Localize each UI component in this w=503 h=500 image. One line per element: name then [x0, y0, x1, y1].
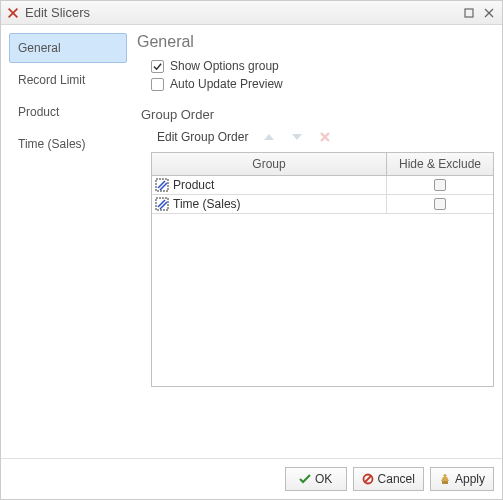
show-options-checkbox[interactable]: [151, 60, 164, 73]
svg-marker-6: [292, 134, 302, 140]
move-down-button[interactable]: [288, 130, 306, 144]
sidebar-item-label: Record Limit: [18, 73, 85, 87]
column-header-group[interactable]: Group: [152, 153, 387, 175]
main-panel: General Show Options group Auto Update P…: [137, 33, 494, 454]
sidebar: General Record Limit Product Time (Sales…: [9, 33, 137, 454]
table-row[interactable]: Product: [152, 176, 493, 195]
cancel-label: Cancel: [378, 472, 415, 486]
group-order-section: Group Order Edit Group Order Group Hide …: [137, 107, 494, 387]
group-order-table: Group Hide & Exclude Product: [151, 152, 494, 387]
sidebar-item-label: General: [18, 41, 61, 55]
group-order-title: Group Order: [141, 107, 494, 122]
section-title: General: [137, 33, 494, 51]
maximize-button[interactable]: [462, 6, 476, 20]
ok-button[interactable]: OK: [285, 467, 347, 491]
slicer-icon: [155, 178, 169, 192]
show-options-row: Show Options group: [151, 59, 494, 73]
group-cell: Product: [173, 178, 214, 192]
edit-group-order-button[interactable]: Edit Group Order: [155, 128, 250, 146]
app-icon: [5, 5, 21, 21]
svg-marker-5: [264, 134, 274, 140]
sidebar-item-label: Product: [18, 105, 59, 119]
ok-label: OK: [315, 472, 332, 486]
group-cell: Time (Sales): [173, 197, 241, 211]
content-area: General Record Limit Product Time (Sales…: [1, 25, 502, 458]
sidebar-item-time-sales[interactable]: Time (Sales): [9, 129, 127, 159]
svg-rect-2: [465, 9, 473, 17]
svg-rect-17: [442, 481, 448, 484]
auto-update-checkbox[interactable]: [151, 78, 164, 91]
slicer-icon: [155, 197, 169, 211]
titlebar: Edit Slicers: [1, 1, 502, 25]
hide-exclude-checkbox[interactable]: [434, 179, 446, 191]
close-button[interactable]: [482, 6, 496, 20]
sidebar-item-label: Time (Sales): [18, 137, 86, 151]
dialog-footer: OK Cancel Apply: [1, 458, 502, 499]
sidebar-item-record-limit[interactable]: Record Limit: [9, 65, 127, 95]
svg-point-19: [443, 474, 446, 477]
hide-exclude-checkbox[interactable]: [434, 198, 446, 210]
table-row[interactable]: Time (Sales): [152, 195, 493, 214]
move-up-button[interactable]: [260, 130, 278, 144]
table-header: Group Hide & Exclude: [152, 153, 493, 176]
sidebar-item-general[interactable]: General: [9, 33, 127, 63]
svg-marker-18: [441, 477, 449, 481]
auto-update-row: Auto Update Preview: [151, 77, 494, 91]
window-title: Edit Slicers: [25, 5, 462, 20]
apply-label: Apply: [455, 472, 485, 486]
column-header-hide[interactable]: Hide & Exclude: [387, 153, 493, 175]
show-options-label: Show Options group: [170, 59, 279, 73]
table-body: Product Time (Sales): [152, 176, 493, 386]
delete-button[interactable]: [316, 130, 334, 144]
auto-update-label: Auto Update Preview: [170, 77, 283, 91]
cancel-button[interactable]: Cancel: [353, 467, 424, 491]
svg-line-16: [365, 476, 371, 482]
apply-button[interactable]: Apply: [430, 467, 494, 491]
sidebar-item-product[interactable]: Product: [9, 97, 127, 127]
group-order-toolbar: Edit Group Order: [155, 128, 494, 146]
